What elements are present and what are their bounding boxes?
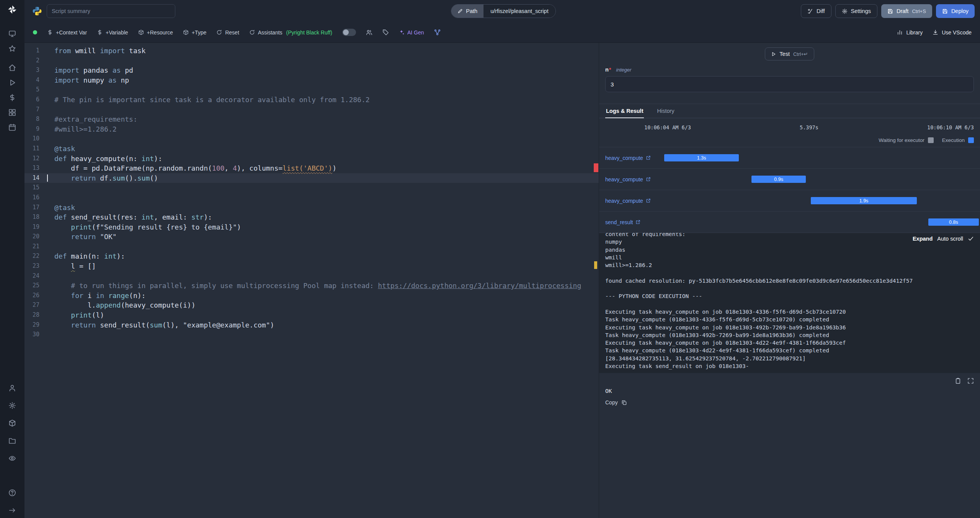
tab-history[interactable]: History [656, 104, 675, 118]
code-text[interactable]: #wmill>=1.286.2 [45, 124, 599, 134]
code-text[interactable] [45, 183, 599, 193]
code-text[interactable]: return df.sum().sum() [45, 173, 599, 183]
code-text[interactable] [45, 242, 599, 252]
code-line-9[interactable]: 9#wmill>=1.286.2 [24, 124, 599, 134]
expand-button[interactable]: Expand [913, 236, 933, 242]
code-line-21[interactable]: 21 [24, 242, 599, 252]
code-text[interactable] [45, 193, 599, 203]
reset-button[interactable]: Reset [216, 29, 239, 36]
code-text[interactable]: return "OK" [45, 232, 599, 242]
assistant-toggle[interactable] [342, 29, 356, 36]
copy-button[interactable]: Copy [605, 399, 627, 406]
schedules-icon[interactable] [8, 124, 16, 131]
test-button[interactable]: Test Ctrl+↵ [765, 47, 814, 60]
code-line-22[interactable]: 22def main(n: int): [24, 251, 599, 261]
code-line-14[interactable]: 14 return df.sum().sum() [24, 173, 599, 183]
code-text[interactable] [45, 330, 599, 340]
code-line-17[interactable]: 17@task [24, 203, 599, 213]
resources-icon[interactable] [8, 109, 16, 116]
code-text[interactable] [45, 105, 599, 115]
code-line-12[interactable]: 12def heavy_compute(n: int): [24, 154, 599, 164]
code-line-26[interactable]: 26 for i in range(n): [24, 291, 599, 301]
code-line-28[interactable]: 28 print(l) [24, 310, 599, 320]
code-text[interactable]: # The pin is important since task is a d… [45, 95, 599, 105]
settings-button[interactable]: Settings [835, 4, 877, 18]
code-text[interactable] [45, 56, 599, 66]
code-line-2[interactable]: 2 [24, 56, 599, 66]
code-text[interactable]: l.append(heavy_compute(i)) [45, 300, 599, 310]
collapse-icon[interactable] [8, 507, 16, 514]
path-pill[interactable]: Path u/rfiszel/pleasant_script [451, 4, 555, 18]
add-context-var-button[interactable]: +Context Var [47, 29, 87, 36]
code-line-8[interactable]: 8#extra_requirements: [24, 114, 599, 124]
code-line-1[interactable]: 1from wmill import task [24, 46, 599, 56]
code-text[interactable] [45, 271, 599, 281]
draft-button[interactable]: Draft Ctrl+S [881, 4, 932, 18]
add-resource-button[interactable]: +Resource [138, 29, 173, 36]
assistants-button[interactable]: Assistants(Pyright Black Ruff) [249, 29, 332, 36]
code-text[interactable] [45, 85, 599, 95]
code-line-19[interactable]: 19 print(f"Sending result {res} to {emai… [24, 222, 599, 232]
add-variable-button[interactable]: +Variable [97, 29, 128, 36]
account-icon[interactable] [8, 384, 16, 392]
code-line-29[interactable]: 29 return send_result(sum(l), "example@e… [24, 320, 599, 330]
code-text[interactable]: def heavy_compute(n: int): [45, 154, 599, 164]
job-link[interactable]: heavy_compute [605, 176, 651, 182]
workspace-settings-icon[interactable] [8, 402, 16, 409]
folders-icon[interactable] [8, 437, 16, 445]
code-text[interactable]: return send_result(sum(l), "example@exam… [45, 320, 599, 330]
home-icon[interactable] [8, 64, 16, 72]
code-text[interactable]: print(l) [45, 310, 599, 320]
arg-input[interactable] [605, 76, 974, 92]
tab-logs-result[interactable]: Logs & Result [605, 104, 644, 118]
code-text[interactable]: from wmill import task [45, 46, 599, 56]
use-vscode-button[interactable]: Use VScode [933, 29, 972, 36]
variables-icon[interactable] [8, 94, 16, 101]
code-editor[interactable]: 1from wmill import task23import pandas a… [24, 43, 599, 518]
code-text[interactable]: print(f"Sending result {res} to {email}"… [45, 222, 599, 232]
code-line-10[interactable]: 10 [24, 134, 599, 144]
job-link[interactable]: send_result [605, 219, 640, 225]
deploy-button[interactable]: Deploy [936, 4, 975, 18]
log-viewer[interactable]: content of requirements:numpypandaswmill… [599, 233, 980, 373]
code-text[interactable] [45, 134, 599, 144]
add-type-button[interactable]: +Type [183, 29, 207, 36]
flow-assist-icon[interactable] [434, 29, 441, 36]
job-link[interactable]: heavy_compute [605, 155, 651, 161]
code-line-11[interactable]: 11@task [24, 144, 599, 154]
apps-icon[interactable] [8, 30, 16, 37]
code-text[interactable]: for i in range(n): [45, 291, 599, 301]
code-line-4[interactable]: 4import numpy as np [24, 75, 599, 85]
runs-icon[interactable] [8, 79, 16, 86]
ai-gen-button[interactable]: AI Gen [399, 29, 424, 36]
code-line-27[interactable]: 27 l.append(heavy_compute(i)) [24, 300, 599, 310]
code-text[interactable]: def send_result(res: int, email: str): [45, 212, 599, 222]
code-text[interactable]: def main(n: int): [45, 251, 599, 261]
code-text[interactable]: #extra_requirements: [45, 114, 599, 124]
edit-path-button[interactable]: Path [451, 5, 483, 18]
code-line-3[interactable]: 3import pandas as pd [24, 65, 599, 75]
workers-icon[interactable] [8, 419, 16, 427]
code-line-15[interactable]: 15 [24, 183, 599, 193]
windmill-logo[interactable] [7, 5, 17, 15]
help-icon[interactable] [8, 489, 16, 497]
code-text[interactable]: @task [45, 144, 599, 154]
overview-ruler[interactable] [593, 43, 599, 518]
library-button[interactable]: Library [897, 29, 923, 36]
code-line-18[interactable]: 18def send_result(res: int, email: str): [24, 212, 599, 222]
code-line-23[interactable]: 23 l = [] [24, 261, 599, 271]
script-summary-input[interactable] [47, 4, 175, 18]
code-text[interactable]: import pandas as pd [45, 65, 599, 75]
favorites-icon[interactable] [8, 45, 16, 52]
autoscroll-toggle[interactable]: Auto scroll [937, 236, 963, 242]
code-line-25[interactable]: 25 # to run things in parallel, simply u… [24, 281, 599, 291]
code-text[interactable]: l = [] [45, 261, 599, 271]
code-text[interactable]: df = pd.DataFrame(np.random.randn(100, 4… [45, 163, 599, 173]
collaborators-icon[interactable] [366, 29, 372, 36]
code-line-20[interactable]: 20 return "OK" [24, 232, 599, 242]
code-line-16[interactable]: 16 [24, 193, 599, 203]
code-line-30[interactable]: 30 [24, 330, 599, 340]
code-line-5[interactable]: 5 [24, 85, 599, 95]
code-line-6[interactable]: 6# The pin is important since task is a … [24, 95, 599, 105]
code-line-13[interactable]: 13 df = pd.DataFrame(np.random.randn(100… [24, 163, 599, 173]
